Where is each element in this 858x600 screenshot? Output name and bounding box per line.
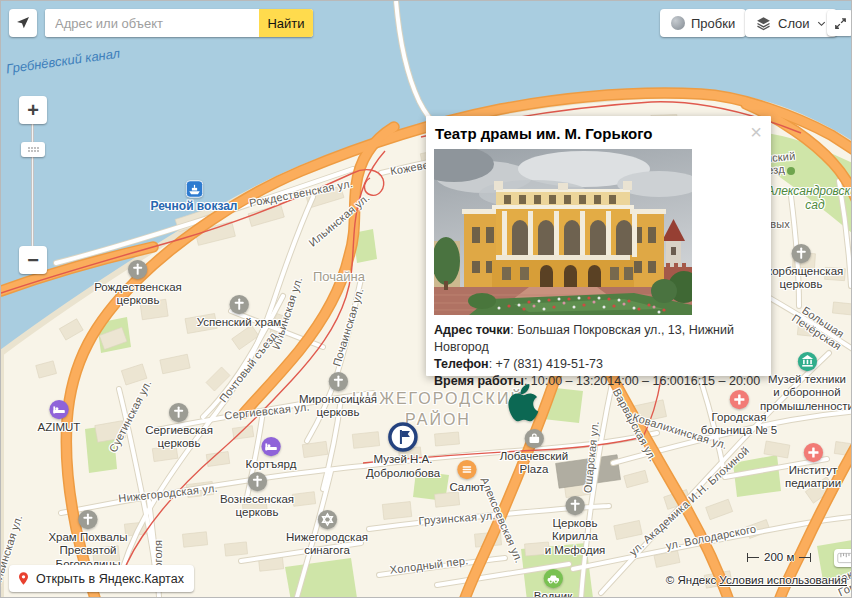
popup-info: Адрес точки: Большая Покровская ул., 13,…	[426, 315, 771, 398]
museum-flag-icon	[388, 422, 418, 452]
poi-church[interactable]: Церковь Кирилла и Мефодия	[545, 495, 606, 558]
museum-icon	[797, 351, 818, 372]
poi-hospital[interactable]: Институт педиатрии	[785, 442, 841, 491]
map-label-street: Нижегородская ул.	[118, 482, 218, 504]
zoom-slider-handle[interactable]	[21, 142, 45, 157]
poi-business[interactable]: Лобачевский Plaza	[500, 428, 568, 477]
ship-icon	[185, 180, 203, 198]
map-label-water: Гребнёвский канал	[5, 46, 121, 77]
expand-arrows-icon	[833, 16, 848, 31]
chevron-down-icon	[816, 18, 827, 29]
place-popup: Театр драмы им. М. Горького ×	[426, 116, 771, 376]
traffic-light-icon	[671, 16, 685, 30]
open-in-yandex-maps-button[interactable]: Открыть в Яндекс.Картах	[9, 565, 194, 592]
business-icon	[524, 428, 545, 449]
poi-church[interactable]: Храм Похвалы Пресвятой Богородицы	[48, 509, 127, 572]
poi-museum-flag[interactable]: Музей Н.А. Добролюбова	[366, 422, 440, 480]
church-icon	[791, 243, 812, 264]
church-icon	[228, 294, 249, 315]
search-input[interactable]	[45, 9, 259, 37]
church-icon	[247, 471, 268, 492]
popup-address-row: Адрес точки: Большая Покровская ул., 13,…	[434, 322, 761, 356]
poi-sport[interactable]: Водник	[534, 568, 572, 598]
ruler-button[interactable]	[834, 549, 851, 567]
grip-dots-icon	[27, 146, 39, 153]
open-in-yandex-maps-label: Открыть в Яндекс.Картах	[36, 572, 184, 586]
zoom-in-button[interactable]: +	[19, 96, 47, 124]
poi-label: Мироносицкая церковь	[299, 393, 377, 420]
synagogue-icon	[317, 509, 338, 530]
poi-label: Сергиевская церковь	[145, 424, 213, 451]
poi-label: Лобачевский Plaza	[500, 450, 568, 477]
poi-church[interactable]: Успенский храм	[197, 294, 282, 330]
popup-hours-row: Время работы: 10:00 – 13:2014:00 – 16:00…	[434, 373, 761, 390]
poi-museum[interactable]: Музей техники и оборонной промышленности	[760, 351, 851, 414]
poi-ship[interactable]: Речной вокзал	[151, 180, 238, 213]
poi-hotel[interactable]: Кортъярд	[246, 436, 297, 472]
map-label-street: Ошарская ул.	[581, 420, 601, 493]
church-icon	[77, 509, 98, 530]
map-label-street: Сергиевская ул.	[224, 401, 310, 422]
ruler-icon	[837, 552, 851, 564]
hotel-icon	[260, 436, 281, 457]
church-icon	[127, 259, 148, 280]
close-icon[interactable]: ×	[750, 122, 762, 142]
attribution: © Яндекс Условия использования	[666, 574, 847, 586]
layers-label: Слои	[778, 16, 810, 31]
search-bar: Найти	[45, 9, 313, 37]
poi-church[interactable]: Рождественская церковь	[94, 259, 182, 308]
geolocation-button[interactable]	[9, 9, 37, 37]
church-icon	[328, 371, 349, 392]
map-label-street: Большая Печёрская	[790, 302, 850, 353]
popup-title: Театр драмы им. М. Горького	[426, 116, 771, 149]
map-label-street: Алексеевская ул.	[479, 475, 526, 564]
poi-label: Кортъярд	[246, 458, 297, 472]
search-button[interactable]: Найти	[259, 9, 313, 37]
food-icon	[457, 459, 478, 480]
poi-label: Церковь Кирилла и Мефодия	[545, 517, 606, 558]
terms-of-use-link[interactable]: Условия использования	[719, 574, 847, 586]
hospital-icon	[802, 442, 823, 463]
hotel-icon	[49, 399, 70, 420]
poi-label: Музей Н.А. Добролюбова	[366, 453, 440, 480]
poi-church[interactable]: Вознесенская церковь	[220, 471, 294, 520]
map-label-district: Почайна	[313, 269, 365, 284]
map-viewport[interactable]: Гребнёвский каналКожевенная ул.Рождестве…	[1, 1, 851, 597]
map-pin-icon	[16, 571, 31, 586]
poi-label: Успенский храм	[197, 316, 282, 330]
layers-icon	[755, 15, 772, 32]
church-icon	[564, 495, 585, 516]
map-label-park: Александровский сад	[766, 184, 851, 213]
fullscreen-button[interactable]	[827, 10, 851, 36]
poi-food[interactable]: Салют	[449, 459, 484, 495]
geolocation-arrow-icon	[15, 15, 31, 31]
map-label-street: Почаинская ул.	[330, 286, 365, 367]
poi-label: Водник	[534, 590, 572, 598]
map-label-street: Холодный пер.	[389, 554, 469, 576]
zoom-out-button[interactable]: −	[19, 246, 47, 274]
traffic-button[interactable]: Пробки	[660, 9, 746, 37]
yandex-maps-widget: Гребнёвский каналКожевенная ул.Рождестве…	[0, 0, 858, 600]
layers-button[interactable]: Слои	[745, 9, 837, 37]
poi-label: Городская больница № 5	[701, 411, 777, 438]
poi-label: Музей техники и оборонной промышленности	[760, 373, 851, 414]
poi-hotel[interactable]: AZIMUT	[38, 399, 81, 435]
poi-label: Скорбященская церковь	[759, 265, 844, 292]
poi-label: Вознесенская церковь	[220, 493, 294, 520]
map-label-street: ул. Володарского	[665, 522, 757, 551]
copyright-text: © Яндекс	[666, 574, 716, 586]
poi-label: Нижегородская синагога	[286, 531, 368, 558]
poi-label: Рождественская церковь	[94, 281, 182, 308]
traffic-label: Пробки	[691, 16, 735, 31]
poi-church[interactable]: Скорбященская церковь	[759, 243, 844, 292]
poi-label: Речной вокзал	[151, 199, 238, 213]
poi-church[interactable]: Мироносицкая церковь	[299, 371, 377, 420]
poi-label: Салют	[449, 481, 484, 495]
poi-label: Институт педиатрии	[785, 464, 841, 491]
poi-synagogue[interactable]: Нижегородская синагога	[286, 509, 368, 558]
poi-church[interactable]: Сергиевская церковь	[145, 402, 213, 451]
map-label-street: Грузинская ул.	[418, 509, 496, 526]
map-label-street: Ильинская ул.	[306, 191, 371, 249]
church-icon	[169, 402, 190, 423]
poi-label: AZIMUT	[38, 421, 81, 435]
